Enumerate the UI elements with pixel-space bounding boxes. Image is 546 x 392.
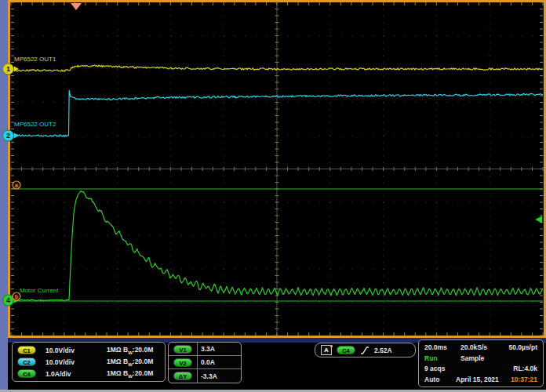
ch1-settings-row: C1 10.0V/div 1MΩ BW:20.0M <box>17 344 160 356</box>
graticule-grid <box>11 2 543 336</box>
ch4-trace-label: Motor Current <box>20 287 59 294</box>
ch1-badge[interactable]: C1 <box>17 346 36 354</box>
oscilloscope-screen: { "scope": { "labels": { "ch1": "MP6522 … <box>0 0 546 392</box>
ch4-impedance-bw: 1MΩ BW:20.0M <box>107 369 160 379</box>
trigger-source-badge[interactable]: C4 <box>337 346 355 354</box>
ch1-marker[interactable]: 1 <box>3 64 20 74</box>
ch2-settings-row: C2 10.0V/div 1MΩ BW:20.0M <box>17 356 160 368</box>
cursor-dy-row: ΔY -3.3A <box>169 369 241 383</box>
horizontal-scale: 20.0ms <box>424 343 460 351</box>
trigger-position-marker[interactable] <box>71 3 82 10</box>
trig-mode-row: Auto April 15, 2021 10:37:21 <box>424 374 537 385</box>
ch2-impedance-bw: 1MΩ BW:20.0M <box>107 358 160 367</box>
waveform-display: 1 2 4 a b MP6522 OUT1 MP6522 OUT2 Motor … <box>0 0 546 338</box>
ch1-impedance-bw: 1MΩ BW:20.0M <box>107 346 160 355</box>
trigger-level-arrow[interactable] <box>535 216 542 223</box>
v2-badge[interactable]: V2 <box>173 358 192 367</box>
cursor-a-label: a <box>15 183 18 188</box>
rising-edge-icon <box>360 346 369 355</box>
ch4-badge[interactable]: C4 <box>17 369 36 378</box>
timebase-row: 20.0ms 20.0kS/s 50.0µs/pt <box>424 342 537 353</box>
ch2-badge[interactable]: C2 <box>17 358 36 366</box>
trigger-a-badge[interactable]: A <box>321 345 332 355</box>
ch2-marker-label: 2 <box>6 132 10 140</box>
dy-badge[interactable]: ΔY <box>173 372 192 380</box>
cursor-a-marker[interactable]: a <box>13 181 20 189</box>
acquisition-panel: 20.0ms 20.0kS/s 50.0µs/pt Run Sample 9 a… <box>418 339 544 387</box>
cursor-v2-row: V2 0.0A <box>169 356 241 369</box>
cursor-readout-panel: V1 3.3A V2 0.0A ΔY -3.3A <box>168 342 242 383</box>
v1-badge[interactable]: V1 <box>173 345 192 354</box>
channel-settings-panel: C1 10.0V/div 1MΩ BW:20.0M C2 10.0V/div 1… <box>12 342 166 382</box>
time-text: 10:37:21 <box>511 376 537 383</box>
record-length: RL:4.0k <box>513 365 537 372</box>
ch4-settings-row: C4 1.0A/div 1MΩ BW:20.0M <box>17 368 160 379</box>
ch4-scale: 1.0A/div <box>46 370 107 378</box>
cursor-v1-row: V1 3.3A <box>169 343 241 356</box>
ch2-scale: 10.0V/div <box>46 358 107 366</box>
ch2-marker[interactable]: 2 <box>3 130 20 141</box>
sample-rate: 20.0kS/s <box>460 343 487 351</box>
run-status: Run <box>424 354 460 362</box>
acq-count-row: 9 acqs RL:4.0k <box>424 364 537 375</box>
trigger-readout-panel[interactable]: A C4 2.52A <box>315 343 416 358</box>
cursor-b-label: b <box>15 294 18 299</box>
acq-mode: Sample <box>460 354 484 362</box>
trigger-mode: Auto <box>424 376 456 383</box>
ch1-marker-label: 1 <box>6 65 10 73</box>
time-resolution: 50.0µs/pt <box>508 343 537 351</box>
v2-value: 0.0A <box>197 356 241 368</box>
ch1-trace-label: MP6522 OUT1 <box>14 56 56 63</box>
acq-count: 9 acqs <box>424 365 445 372</box>
acq-state-row: Run Sample <box>424 353 537 364</box>
dy-value: -3.3A <box>197 369 241 383</box>
date-text: April 15, 2021 <box>456 376 499 383</box>
ch1-scale: 10.0V/div <box>46 347 107 354</box>
trigger-level-value: 2.52A <box>374 347 392 354</box>
v1-value: 3.3A <box>197 343 241 355</box>
ch2-trace-label: MP6522 OUT2 <box>14 121 56 128</box>
ch4-marker-label: 4 <box>6 296 10 304</box>
